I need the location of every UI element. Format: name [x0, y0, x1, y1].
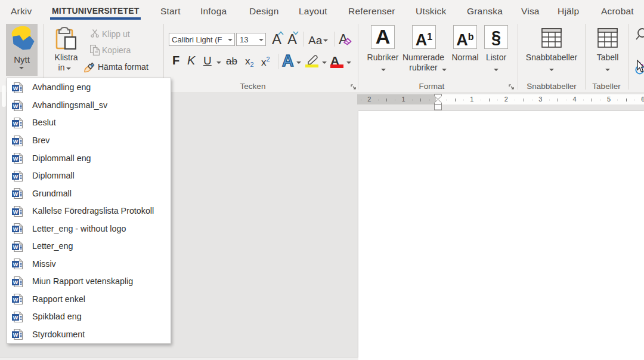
svg-text:W: W: [13, 332, 18, 338]
svg-text:W: W: [13, 85, 18, 91]
svg-text:W: W: [13, 139, 18, 144]
svg-text:W: W: [13, 121, 18, 127]
svg-text:W: W: [13, 261, 18, 267]
svg-text:W: W: [13, 315, 18, 321]
svg-text:W: W: [13, 226, 18, 232]
svg-text:W: W: [13, 297, 18, 303]
svg-text:W: W: [13, 174, 18, 180]
svg-text:W: W: [13, 156, 18, 162]
svg-text:W: W: [13, 103, 18, 109]
svg-text:W: W: [13, 191, 18, 197]
svg-text:W: W: [13, 279, 18, 285]
svg-text:A: A: [282, 54, 294, 69]
svg-text:W: W: [13, 244, 18, 250]
svg-text:W: W: [13, 209, 18, 215]
